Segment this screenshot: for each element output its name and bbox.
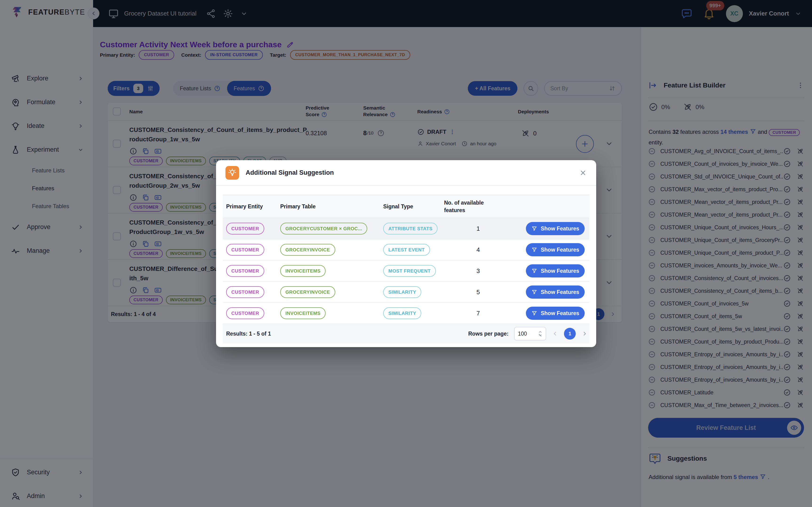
modal-page-1-button[interactable]: 1 — [564, 328, 576, 340]
entity-badge: CUSTOMER — [226, 223, 264, 234]
show-features-label: Show Features — [541, 310, 579, 317]
column-available-features: No. of available features — [444, 199, 484, 214]
entity-badge: CUSTOMER — [226, 286, 264, 298]
table-badge: GROCERYINVOICE — [280, 286, 335, 298]
show-features-label: Show Features — [541, 247, 579, 253]
signal-table-footer: Results: 1 - 5 of 1 Rows per page: 1 — [223, 324, 589, 343]
show-features-button[interactable]: Show Features — [526, 285, 585, 299]
app-root: FEATUREBYTE Explore Formulate — [0, 0, 812, 507]
signal-type-badge: ATTRIBUTE STATS — [383, 223, 438, 234]
signal-table: Primary Entity Primary Table Signal Type… — [223, 195, 589, 343]
close-icon[interactable] — [579, 169, 587, 177]
signal-type-badge: LATEST EVENT — [383, 244, 430, 256]
table-badge: GROCERYINVOICE — [280, 244, 335, 256]
available-features-count: 1 — [444, 225, 512, 232]
signal-row: CUSTOMER GROCERYINVOICE SIMILARITY 5 Sho… — [223, 282, 589, 303]
rows-per-page-input[interactable] — [517, 330, 535, 337]
funnel-icon — [531, 310, 538, 316]
available-features-count: 7 — [444, 310, 512, 317]
signal-type-badge: SIMILARITY — [383, 307, 421, 319]
column-signal-type: Signal Type — [383, 204, 413, 210]
funnel-icon — [531, 226, 538, 232]
modal-header: Additional Signal Suggestion — [226, 160, 587, 185]
show-features-button[interactable]: Show Features — [526, 222, 585, 235]
show-features-button[interactable]: Show Features — [526, 264, 585, 278]
show-features-label: Show Features — [541, 289, 579, 295]
modal-title: Additional Signal Suggestion — [246, 169, 334, 176]
table-badge: GROCERYCUSTOMER × GROC... — [280, 223, 367, 234]
funnel-icon — [531, 289, 538, 295]
modal-results-text: Results: 1 - 5 of 1 — [226, 331, 271, 337]
entity-badge: CUSTOMER — [226, 307, 264, 319]
signal-table-header: Primary Entity Primary Table Signal Type… — [223, 195, 589, 218]
show-features-button[interactable]: Show Features — [526, 306, 585, 320]
table-badge: INVOICEITEMS — [280, 307, 326, 319]
available-features-count: 3 — [444, 267, 512, 275]
column-primary-entity: Primary Entity — [226, 204, 263, 210]
signal-row: CUSTOMER INVOICEITEMS SIMILARITY 7 Show … — [223, 303, 589, 324]
additional-signal-modal: Additional Signal Suggestion Primary Ent… — [216, 160, 596, 347]
divider — [216, 185, 596, 186]
table-badge: INVOICEITEMS — [280, 265, 326, 277]
rows-per-page-label: Rows per page: — [468, 331, 508, 337]
signal-row: CUSTOMER GROCERYINVOICE LATEST EVENT 4 S… — [223, 239, 589, 261]
rows-per-page-input-box — [514, 327, 546, 340]
show-features-button[interactable]: Show Features — [526, 243, 585, 256]
signal-suggestion-icon — [226, 166, 239, 180]
column-primary-table: Primary Table — [280, 204, 315, 210]
signal-type-badge: MOST FREQUENT — [383, 265, 436, 277]
next-page-icon[interactable] — [581, 330, 588, 337]
funnel-icon — [531, 268, 538, 274]
available-features-count: 4 — [444, 246, 512, 253]
available-features-count: 5 — [444, 288, 512, 296]
funnel-icon — [531, 247, 538, 253]
entity-badge: CUSTOMER — [226, 265, 264, 277]
spinner-carets-icon[interactable] — [538, 331, 543, 337]
signal-row: CUSTOMER GROCERYCUSTOMER × GROC... ATTRI… — [223, 218, 589, 239]
entity-badge: CUSTOMER — [226, 244, 264, 256]
show-features-label: Show Features — [541, 226, 579, 232]
show-features-label: Show Features — [541, 268, 579, 274]
signal-row: CUSTOMER INVOICEITEMS MOST FREQUENT 3 Sh… — [223, 261, 589, 282]
signal-type-badge: SIMILARITY — [383, 286, 421, 298]
signal-table-body: CUSTOMER GROCERYCUSTOMER × GROC... ATTRI… — [223, 218, 589, 324]
previous-page-icon[interactable] — [552, 330, 558, 337]
